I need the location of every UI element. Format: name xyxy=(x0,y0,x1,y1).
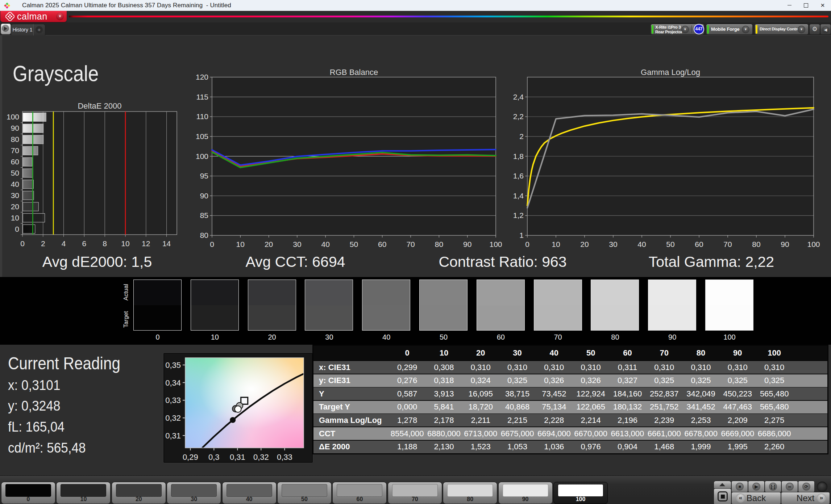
tick-label: 70 xyxy=(11,146,19,155)
tick-label: 0 xyxy=(525,240,529,248)
tick-label: 0,33 xyxy=(277,453,292,462)
divider xyxy=(691,25,692,33)
single-measure-button[interactable]: [·] xyxy=(765,481,781,492)
pattern-level-button-70[interactable]: 70 xyxy=(388,482,442,504)
pattern-level-button-60[interactable]: 60 xyxy=(332,482,387,504)
current-reading-point xyxy=(235,406,241,412)
table-row--e-2000: ΔE 20001,1882,1301,5231,0531,0360,9760,9… xyxy=(313,441,827,453)
table-row-target-y: Target Y0,0005,84118,72040,86875,134122,… xyxy=(313,401,827,413)
back-button[interactable]: « Back xyxy=(731,492,781,504)
refresh-button[interactable]: ⟳ xyxy=(798,481,815,492)
contrast-ratio-stat: Contrast Ratio: 963 xyxy=(423,253,582,270)
measurement-table: 0102030405060708090100x: CIE310,2990,308… xyxy=(312,345,828,454)
next-button[interactable]: Next » xyxy=(781,492,830,504)
tick-label: 60 xyxy=(378,240,386,248)
maximize-button[interactable] xyxy=(798,0,814,11)
ramp-label-80: 80 xyxy=(591,333,639,341)
table-cell: 0,325 xyxy=(646,374,682,387)
table-cell: 16,095 xyxy=(462,387,499,400)
tick-label: 20 xyxy=(580,240,589,248)
ramp-swatch-0 xyxy=(133,280,182,331)
current-reading-cd: cd/m²: 565,48 xyxy=(8,440,86,456)
calman-menu-dropdown-icon[interactable]: ▼ xyxy=(56,13,64,20)
table-cell: 2,275 xyxy=(756,414,793,427)
stop-button[interactable]: ■ xyxy=(731,481,748,492)
display-control-selector[interactable]: Direct Display Control ▼ xyxy=(755,24,809,35)
table-cell: 6670,000 xyxy=(573,427,609,440)
deltae-bar-30 xyxy=(23,191,34,200)
table-cell: 1,523 xyxy=(462,441,499,453)
meter-count-badge[interactable]: 447 xyxy=(694,24,704,34)
table-cell: 1,468 xyxy=(646,441,682,453)
ramp-swatch-80 xyxy=(591,280,639,331)
tick-label: 8 xyxy=(103,239,107,248)
tab-history-1[interactable]: History 1 xyxy=(11,24,34,35)
table-header-row: 0102030405060708090100 xyxy=(313,346,827,360)
pattern-level-button-10[interactable]: 10 xyxy=(56,482,111,504)
close-button[interactable]: ✕ xyxy=(814,0,831,11)
collapse-panel-button[interactable]: ◀ xyxy=(820,24,831,35)
tick-label: 2,4 xyxy=(513,93,524,101)
table-cell: 2,130 xyxy=(425,441,462,453)
chevron-down-icon[interactable]: ▼ xyxy=(681,26,689,33)
table-cell: 6694,000 xyxy=(536,427,572,440)
pattern-level-button-90[interactable]: 90 xyxy=(498,482,553,504)
table-cell: 2,209 xyxy=(719,414,756,427)
table-cell: 0,326 xyxy=(573,374,609,387)
rect-element xyxy=(6,6,9,9)
table-cell: 5,841 xyxy=(425,401,462,413)
pattern-level-button-80[interactable]: 80 xyxy=(443,482,497,504)
tick-label: 0,33 xyxy=(165,396,181,405)
table-col-header-40: 40 xyxy=(536,346,572,360)
tick-label: 80 xyxy=(435,240,443,248)
settings-button[interactable]: ⚙ xyxy=(809,24,820,35)
chevron-down-icon[interactable]: ▼ xyxy=(798,26,805,33)
tick-label: 95 xyxy=(200,172,208,180)
tab-scroll-button[interactable] xyxy=(1,24,11,34)
table-cell: 38,715 xyxy=(499,387,536,400)
pattern-level-button-100[interactable]: 100 xyxy=(553,482,608,504)
table-cell: 0,325 xyxy=(499,374,536,387)
meter-selector[interactable]: X-Rite i1Pro 3 Rear Projector ▼ 447 xyxy=(651,24,704,35)
continuous-measure-button[interactable]: ∞ xyxy=(781,481,798,492)
cie-chromaticity-chart: 0,310,320,330,340,350,290,30,310,320,33 xyxy=(163,353,313,463)
pattern-level-button-30[interactable]: 30 xyxy=(167,482,221,504)
tick-label: 1,4 xyxy=(513,192,524,200)
play-button[interactable]: ▶ xyxy=(748,481,765,492)
minimize-button[interactable] xyxy=(781,0,798,11)
tick-label: 0 xyxy=(15,225,19,233)
table-cell: 0,327 xyxy=(609,374,646,387)
pattern-window-button[interactable] xyxy=(714,488,731,504)
table-cell: 40,868 xyxy=(499,401,536,413)
table-cell: 0,325 xyxy=(682,374,719,387)
minimize-icon xyxy=(788,5,791,6)
calman-menu-button[interactable]: calman ▼ xyxy=(0,11,67,22)
chevron-down-icon[interactable]: ▼ xyxy=(742,26,749,33)
tick-label: 100 xyxy=(807,240,820,248)
ramp-actual-70 xyxy=(534,280,582,305)
table-cell: 6613,000 xyxy=(609,427,646,440)
pattern-level-button-40[interactable]: 40 xyxy=(222,482,277,504)
table-row-label: ΔE 2000 xyxy=(319,441,350,453)
tick-label: 70 xyxy=(723,240,732,248)
table-row-label: x: CIE31 xyxy=(319,361,350,374)
pattern-level-button-0[interactable]: 0 xyxy=(1,482,55,504)
eject-button[interactable] xyxy=(714,481,731,489)
ramp-target-40 xyxy=(362,305,410,331)
pattern-level-button-50[interactable]: 50 xyxy=(277,482,332,504)
add-tab-button[interactable]: + xyxy=(33,24,45,35)
table-col-header-10: 10 xyxy=(425,346,462,360)
source-selector[interactable]: Mobile Forge ▼ xyxy=(706,24,753,35)
pattern-level-button-20[interactable]: 20 xyxy=(112,482,166,504)
table-cell: 1,188 xyxy=(389,441,425,453)
table-row-label: Y xyxy=(319,387,324,400)
current-reading-fl: fL: 165,04 xyxy=(8,419,65,435)
pattern-swatch-100 xyxy=(558,484,603,497)
tick-label: 105 xyxy=(196,132,208,140)
current-reading-y: y: 0,3248 xyxy=(8,398,60,414)
eject-icon xyxy=(719,483,725,486)
table-cell: 0,310 xyxy=(573,361,609,374)
table-cell: 0,310 xyxy=(536,361,572,374)
meter-status-bar xyxy=(652,25,653,34)
tick-label: 50 xyxy=(666,240,674,248)
